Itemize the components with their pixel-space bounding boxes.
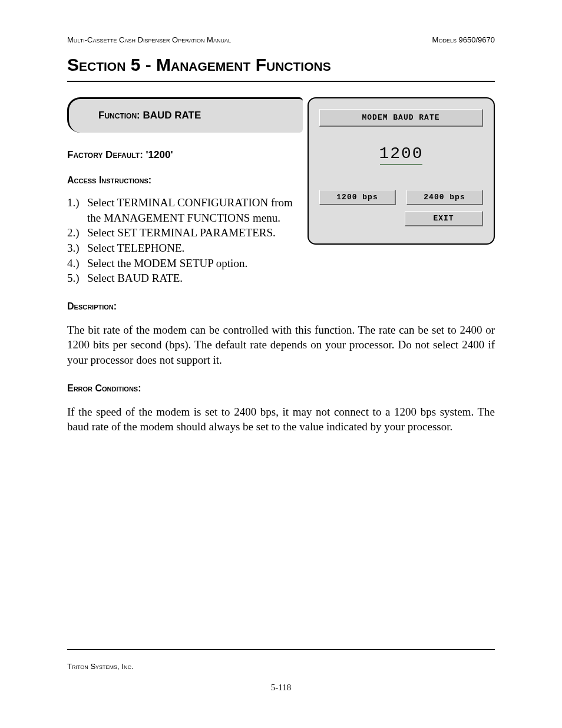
list-item: 4.)Select the MODEM SETUP option.	[67, 256, 309, 271]
error-conditions-label: Error Conditions:	[67, 383, 495, 394]
page: Multi-Cassette Cash Dispenser Operation …	[0, 0, 562, 728]
section-title: Section 5 - Management Functions	[67, 55, 495, 75]
access-steps: 1.)Select TERMINAL CONFIGURATION from th…	[67, 195, 309, 286]
header-right: Models 9650/9670	[432, 35, 495, 44]
page-footer: Triton Systems, Inc. 5-118	[67, 644, 495, 693]
exit-button[interactable]: EXIT	[405, 211, 483, 226]
list-item: 3.)Select TELEPHONE.	[67, 241, 309, 256]
baud-2400-button[interactable]: 2400 bps	[406, 190, 483, 205]
error-conditions-text: If the speed of the modem is set to 2400…	[67, 404, 495, 434]
function-value: BAUD RATE	[143, 110, 201, 121]
header-left: Multi-Cassette Cash Dispenser Operation …	[67, 35, 231, 44]
terminal-exit-row: EXIT	[319, 211, 483, 226]
description-label: Description:	[67, 301, 495, 312]
list-item: 5.)Select BAUD RATE.	[67, 271, 309, 286]
description-text: The bit rate of the modem can be control…	[67, 322, 495, 368]
title-rule	[67, 81, 495, 82]
terminal-screenshot: MODEM BAUD RATE 1200 1200 bps 2400 bps E…	[308, 97, 495, 245]
terminal-title: MODEM BAUD RATE	[319, 109, 483, 127]
list-item: 1.)Select TERMINAL CONFIGURATION from th…	[67, 195, 309, 225]
page-number: 5-118	[67, 683, 495, 693]
function-label: Function:	[98, 110, 140, 121]
footer-rule	[67, 649, 495, 650]
baud-1200-button[interactable]: 1200 bps	[319, 190, 396, 205]
body-area: Function: BAUD RATE MODEM BAUD RATE 1200…	[67, 97, 495, 434]
footer-company: Triton Systems, Inc.	[67, 662, 134, 671]
list-item: 2.)Select SET TERMINAL PARAMETERS.	[67, 225, 309, 241]
page-header: Multi-Cassette Cash Dispenser Operation …	[67, 35, 495, 44]
terminal-current-value: 1200	[319, 144, 483, 165]
terminal-buttons: 1200 bps 2400 bps	[319, 190, 483, 205]
function-box: Function: BAUD RATE	[67, 97, 303, 133]
